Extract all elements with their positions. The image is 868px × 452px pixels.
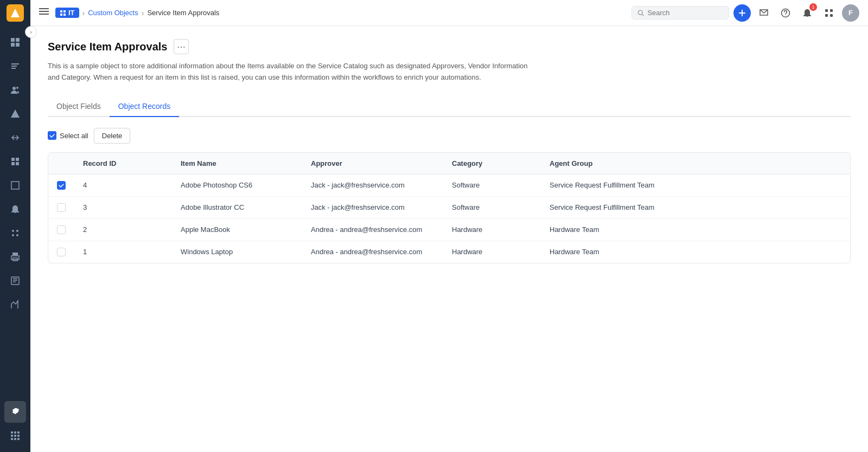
svg-rect-17: [12, 253, 18, 255]
svg-rect-27: [17, 438, 20, 440]
th-item-name: Item Name: [172, 153, 302, 175]
sidebar-icon-tickets[interactable]: [4, 55, 26, 77]
row-checkbox[interactable]: [57, 203, 66, 212]
svg-rect-34: [63, 14, 66, 16]
svg-point-6: [16, 87, 18, 89]
apps-button[interactable]: [820, 4, 838, 22]
svg-rect-32: [63, 10, 66, 12]
svg-line-36: [642, 14, 643, 16]
sidebar-icon-grid[interactable]: [4, 425, 26, 447]
help-button[interactable]: [777, 4, 794, 22]
row-checkbox[interactable]: [57, 181, 66, 190]
sidebar-icon-assets[interactable]: [4, 151, 26, 172]
svg-rect-21: [17, 431, 20, 434]
search-icon: [637, 9, 644, 17]
sidebar-icon-users[interactable]: [4, 79, 26, 101]
hamburger-menu[interactable]: [39, 7, 49, 19]
sidebar-collapse-button[interactable]: ›: [25, 26, 37, 38]
sidebar-icon-apps[interactable]: [4, 222, 26, 244]
table-row: 2Apple MacBookAndrea - andrea@freshservi…: [48, 218, 850, 241]
cell-item-name: Apple MacBook: [172, 218, 302, 241]
svg-rect-31: [60, 10, 62, 12]
cell-approver: Andrea - andrea@freshservice.com: [302, 241, 443, 263]
svg-rect-10: [16, 158, 19, 161]
table-row: 1Windows LaptopAndrea - andrea@freshserv…: [48, 241, 850, 263]
sidebar-icon-print[interactable]: [4, 246, 26, 268]
cell-record-id: 2: [74, 218, 172, 241]
page-header: Service Item Approvals ⋯: [48, 39, 851, 54]
breadcrumb-custom-objects[interactable]: Custom Objects: [88, 9, 138, 17]
cell-item-name: Adobe Photoshop CS6: [172, 174, 302, 196]
sidebar-icon-problems[interactable]: [4, 103, 26, 125]
sidebar: ›: [0, 0, 30, 452]
row-checkbox[interactable]: [57, 248, 66, 256]
svg-point-40: [785, 14, 786, 15]
svg-point-14: [16, 230, 18, 232]
sidebar-icon-analytics[interactable]: [4, 294, 26, 315]
table-row: 3Adobe Illustrator CCJack - jack@freshse…: [48, 196, 850, 218]
main-content: Service Item Approvals ⋯ This is a sampl…: [30, 26, 868, 452]
cell-category: Hardware: [443, 218, 541, 241]
tab-object-fields[interactable]: Object Fields: [48, 96, 110, 117]
sidebar-icon-alerts[interactable]: [4, 198, 26, 220]
cell-record-id: 4: [74, 174, 172, 196]
svg-rect-26: [14, 438, 16, 440]
svg-rect-20: [14, 431, 16, 434]
tab-object-records[interactable]: Object Records: [110, 96, 179, 117]
topnav-actions: 1 F: [631, 4, 859, 22]
cell-approver: Jack - jack@freshservice.com: [302, 196, 443, 218]
th-checkbox: [48, 153, 74, 175]
add-button[interactable]: [733, 4, 751, 22]
more-options-button[interactable]: ⋯: [174, 39, 189, 54]
user-avatar[interactable]: F: [842, 4, 859, 22]
toolbar: Select all Delete: [48, 128, 851, 144]
svg-rect-2: [16, 38, 20, 42]
svg-rect-4: [16, 43, 20, 47]
sidebar-icon-reports[interactable]: [4, 175, 26, 196]
cell-item-name: Adobe Illustrator CC: [172, 196, 302, 218]
svg-rect-19: [11, 431, 13, 434]
svg-rect-1: [11, 38, 15, 42]
breadcrumb-current-page: Service Item Approvals: [147, 9, 219, 17]
sidebar-icon-settings[interactable]: [4, 401, 26, 423]
svg-rect-42: [830, 9, 833, 12]
cell-approver: Andrea - andrea@freshservice.com: [302, 218, 443, 241]
svg-rect-25: [11, 438, 13, 440]
row-checkbox[interactable]: [57, 225, 66, 234]
select-all-button[interactable]: Select all: [48, 131, 88, 140]
select-all-checkbox[interactable]: [48, 131, 56, 140]
tabs: Object Fields Object Records: [48, 96, 851, 117]
breadcrumb-separator-1: ›: [82, 9, 85, 17]
table-row: 4Adobe Photoshop CS6Jack - jack@freshser…: [48, 174, 850, 196]
cell-item-name: Windows Laptop: [172, 241, 302, 263]
notification-badge: 1: [809, 3, 817, 11]
breadcrumb-it[interactable]: IT: [55, 8, 79, 18]
breadcrumb: IT › Custom Objects › Service Item Appro…: [55, 8, 627, 18]
th-agent-group: Agent Group: [541, 153, 850, 175]
message-button[interactable]: [755, 4, 773, 22]
table-body: 4Adobe Photoshop CS6Jack - jack@freshser…: [48, 174, 850, 263]
search-input[interactable]: [647, 9, 723, 17]
svg-rect-22: [11, 435, 13, 437]
svg-point-13: [12, 230, 14, 232]
page-description: This is a sample object to store additio…: [48, 61, 536, 83]
svg-rect-43: [825, 14, 828, 17]
svg-rect-28: [39, 8, 49, 9]
notification-button[interactable]: 1: [799, 4, 816, 22]
svg-rect-12: [16, 162, 19, 165]
sidebar-logo: [7, 4, 24, 22]
breadcrumb-separator-2: ›: [142, 9, 144, 17]
sidebar-icon-changes[interactable]: [4, 127, 26, 148]
svg-rect-23: [14, 435, 16, 437]
sidebar-icon-catalog[interactable]: [4, 270, 26, 292]
svg-point-5: [12, 87, 16, 90]
cell-agent-group: Hardware Team: [541, 241, 850, 263]
search-box[interactable]: [631, 6, 729, 20]
cell-category: Software: [443, 196, 541, 218]
cell-record-id: 1: [74, 241, 172, 263]
sidebar-icon-dashboard[interactable]: [4, 31, 26, 53]
svg-rect-41: [825, 9, 828, 12]
delete-button[interactable]: Delete: [94, 128, 131, 144]
cell-approver: Jack - jack@freshservice.com: [302, 174, 443, 196]
main-container: IT › Custom Objects › Service Item Appro…: [30, 0, 868, 452]
